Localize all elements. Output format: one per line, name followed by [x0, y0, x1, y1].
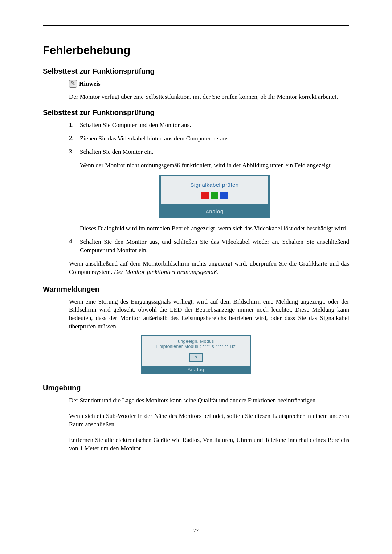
- dialog-help-button: ?: [189, 353, 202, 362]
- list-content: Schalten Sie den Monitor ein. Wenn der M…: [80, 148, 349, 233]
- environment-p1: Der Standort und die Lage des Monitors k…: [69, 397, 349, 405]
- page-number: 77: [43, 528, 349, 534]
- trailer-italic: Der Monitor funktioniert ordnungsgemäß.: [114, 268, 218, 275]
- list-text: Schalten Sie Computer und den Monitor au…: [80, 121, 349, 130]
- footer-horizontal-rule: [43, 524, 349, 524]
- dialog-2-wrap: ungeeign. Modus Empfohlener Modus : ****…: [43, 335, 349, 374]
- list-item: 4. Schalten Sie den Monitor aus, und sch…: [69, 238, 349, 255]
- top-horizontal-rule: [43, 25, 349, 26]
- list-text: Schalten Sie den Monitor ein.: [80, 148, 349, 156]
- list-text: Ziehen Sie das Videokabel hinten aus dem…: [80, 135, 349, 143]
- dialog-body: ungeeign. Modus Empfohlener Modus : ****…: [142, 336, 250, 366]
- dialog-line-1: ungeeign. Modus: [144, 339, 248, 344]
- note-label: Hinweis: [79, 80, 101, 87]
- list-paragraph: Wenn der Monitor nicht ordnungsgemäß fun…: [80, 161, 349, 170]
- warnings-text: Wenn eine Störung des Eingangssignals vo…: [69, 298, 349, 331]
- dialog-footer: Analog: [161, 207, 268, 217]
- blue-square-icon: [220, 192, 228, 199]
- note-text: Der Monitor verfügt über eine Selbsttest…: [69, 93, 349, 101]
- section-heading-environment: Umgebung: [43, 384, 349, 392]
- page-content: Fehlerbehebung Selbsttest zur Funktionsp…: [0, 0, 392, 453]
- list-item: 2. Ziehen Sie das Videokabel hinten aus …: [69, 135, 349, 143]
- red-square-icon: [201, 192, 209, 199]
- environment-p3: Entfernen Sie alle elektronischen Geräte…: [69, 436, 349, 453]
- list-text: Schalten Sie den Monitor aus, und schlie…: [80, 238, 349, 255]
- dialog-footer: Analog: [142, 366, 250, 373]
- list-number: 2.: [69, 135, 80, 143]
- environment-p2: Wenn sich ein Sub-Woofer in der Nähe des…: [69, 412, 349, 429]
- page-title: Fehlerbehebung: [43, 44, 349, 57]
- dialog-body: Signalkabel prüfen: [161, 176, 268, 204]
- pencil-note-icon: [69, 80, 77, 88]
- list-paragraph: Dieses Dialogfeld wird im normalen Betri…: [80, 225, 349, 233]
- unsupported-mode-dialog: ungeeign. Modus Empfohlener Modus : ****…: [141, 335, 251, 374]
- page-footer: 77: [43, 524, 349, 534]
- color-squares-row: [163, 192, 266, 199]
- list-item: 3. Schalten Sie den Monitor ein. Wenn de…: [69, 148, 349, 233]
- dialog-line-2: Empfohlener Modus : **** X **** ** Hz: [144, 344, 248, 349]
- list-number: 3.: [69, 148, 80, 233]
- section-heading-warnings: Warnmeldungen: [43, 285, 349, 294]
- section-heading-selftest-1: Selbsttest zur Funktionsprüfung: [43, 67, 349, 75]
- note-row: Hinweis: [69, 80, 349, 88]
- section-heading-selftest-2: Selbsttest zur Funktionsprüfung: [43, 108, 349, 117]
- signal-cable-dialog: Signalkabel prüfen Analog: [159, 175, 270, 218]
- list-item: 1. Schalten Sie Computer und den Monitor…: [69, 121, 349, 130]
- ordered-list: 1. Schalten Sie Computer und den Monitor…: [69, 121, 349, 255]
- list-number: 1.: [69, 121, 80, 130]
- green-square-icon: [211, 192, 218, 199]
- list-number: 4.: [69, 238, 80, 255]
- dialog-band: [161, 204, 268, 207]
- section2-trailer: Wenn anschließend auf dem Monitorbildsch…: [69, 260, 349, 276]
- dialog-message: Signalkabel prüfen: [163, 181, 266, 189]
- dialog-1-wrap: Signalkabel prüfen Analog: [80, 175, 349, 218]
